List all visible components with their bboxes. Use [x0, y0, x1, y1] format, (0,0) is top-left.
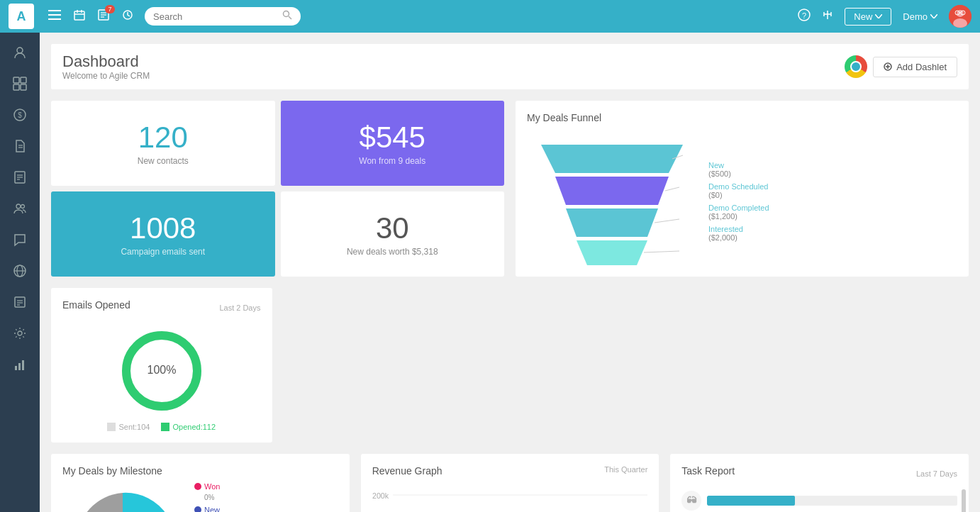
- legend-won: Won: [194, 482, 265, 491]
- funnel-svg: [527, 138, 697, 265]
- legend-new: New: [194, 506, 265, 512]
- pie-legend: Won 0% New 14% Demo Scheduled 0%: [194, 482, 265, 512]
- funnel-header: My Deals Funnel: [527, 112, 957, 129]
- campaign-emails-label: Campaign emails sent: [121, 247, 205, 257]
- top-navigation: A 7 ? New Demo: [0, 0, 980, 33]
- task-report-title: Task Report: [681, 465, 735, 477]
- new-button[interactable]: New: [845, 8, 891, 26]
- svg-marker-56: [555, 177, 669, 205]
- svg-rect-30: [21, 84, 26, 90]
- add-dashlet-label: Add Dashlet: [896, 62, 947, 72]
- svg-rect-44: [15, 297, 25, 307]
- stats-grid: 120 New contacts $545 Won from 9 deals 1…: [51, 101, 504, 277]
- pie-container: Won 0% New 14% Demo Scheduled 0%: [62, 482, 338, 512]
- tasks-icon[interactable]: 7: [98, 9, 109, 23]
- new-contacts-label: New contacts: [138, 156, 189, 166]
- sidebar-item-contacts[interactable]: [6, 38, 34, 67]
- svg-point-26: [17, 48, 23, 53]
- sidebar-item-notes[interactable]: [6, 163, 34, 191]
- help-icon[interactable]: ?: [798, 9, 811, 24]
- funnel-item-interested: Interested ($2,000): [708, 225, 769, 242]
- svg-rect-28: [21, 77, 26, 83]
- svg-line-62: [644, 251, 679, 252]
- svg-rect-49: [15, 366, 17, 370]
- search-box[interactable]: [145, 7, 301, 26]
- demo-button[interactable]: Demo: [903, 11, 937, 22]
- header-actions: Add Dashlet: [845, 55, 957, 78]
- funnel-legend: New ($500) Demo Scheduled ($0) Demo Comp…: [708, 161, 769, 242]
- history-icon[interactable]: [122, 9, 133, 23]
- revenue-subtitle: This Quarter: [604, 465, 647, 482]
- svg-text:?: ?: [802, 11, 806, 20]
- new-contacts-number: 120: [138, 121, 188, 155]
- new-deals-number: 30: [376, 211, 409, 245]
- task-avatar-emoji: 🕶: [681, 491, 701, 511]
- sidebar-item-forms[interactable]: [6, 288, 34, 316]
- sidebar-item-settings[interactable]: [6, 319, 34, 347]
- top-nav-right: ? New Demo: [798, 5, 971, 28]
- sidebar-item-deals[interactable]: $: [6, 101, 34, 129]
- sidebar-item-dashboard[interactable]: [6, 69, 34, 98]
- pin-icon[interactable]: [822, 9, 833, 23]
- task-report-subtitle: Last 7 Days: [916, 469, 957, 478]
- search-input[interactable]: [153, 11, 278, 22]
- sidebar-item-files[interactable]: [6, 132, 34, 160]
- chrome-extension-icon[interactable]: [845, 55, 867, 78]
- svg-rect-1: [48, 14, 61, 16]
- sidebar-item-chat[interactable]: [6, 226, 34, 254]
- add-dashlet-button[interactable]: Add Dashlet: [873, 57, 957, 77]
- funnel-item-new: New ($500): [708, 161, 769, 178]
- task-bars: 🕶: [681, 491, 957, 512]
- svg-marker-57: [566, 208, 658, 237]
- task-bar-fill-1: [707, 496, 794, 506]
- svg-rect-51: [22, 360, 24, 370]
- pie-chart: [62, 482, 183, 512]
- app-logo[interactable]: A: [9, 4, 34, 29]
- nav-icons: 7: [48, 9, 133, 23]
- emails-opened-subtitle: Last 2 Days: [219, 304, 260, 312]
- svg-line-13: [289, 16, 291, 19]
- svg-marker-58: [577, 240, 647, 265]
- svg-point-12: [284, 11, 289, 17]
- svg-line-60: [665, 187, 679, 191]
- donut-legend: Sent:104 Opened:112: [107, 423, 216, 431]
- funnel-card: My Deals Funnel: [516, 101, 969, 277]
- emails-opened-header: Emails Opened Last 2 Days: [62, 299, 261, 316]
- main-content: Dashboard Welcome to Agile CRM Add Dashl…: [40, 33, 980, 512]
- funnel-title: My Deals Funnel: [527, 112, 601, 123]
- svg-rect-2: [48, 18, 61, 20]
- page-title: Dashboard: [62, 52, 150, 71]
- funnel-item-demo-completed: Demo Completed ($1,200): [708, 204, 769, 221]
- new-deals-label: New deals worth $5,318: [347, 247, 438, 257]
- campaign-emails-card: 1008 Campaign emails sent: [51, 191, 275, 277]
- svg-line-61: [655, 219, 679, 223]
- svg-rect-3: [74, 11, 84, 20]
- svg-rect-50: [18, 363, 21, 370]
- search-icon: [282, 10, 292, 23]
- svg-point-40: [21, 205, 25, 208]
- legend-won-value: 0%: [204, 494, 265, 501]
- task-bar-row-emoji: 🕶: [681, 491, 957, 511]
- svg-rect-67: [161, 423, 169, 431]
- tasks-badge: 7: [105, 5, 115, 13]
- page-header: Dashboard Welcome to Agile CRM Add Dashl…: [51, 44, 969, 89]
- page-subtitle: Welcome to Agile CRM: [62, 71, 150, 81]
- new-contacts-card: 120 New contacts: [51, 101, 275, 186]
- revenue-card: Revenue Graph This Quarter 200k 100k 0k …: [361, 454, 659, 512]
- revenue-title: Revenue Graph: [372, 465, 442, 477]
- funnel-item-demo-scheduled: Demo Scheduled ($0): [708, 182, 769, 199]
- sidebar-item-analytics[interactable]: [6, 350, 34, 379]
- revenue-header: Revenue Graph This Quarter: [372, 465, 648, 482]
- donut-container: 100% Sent:104 Opened:112: [62, 325, 261, 431]
- donut-opened: Opened:112: [161, 423, 216, 431]
- svg-marker-55: [541, 145, 683, 173]
- svg-text:$: $: [18, 111, 22, 119]
- svg-rect-27: [13, 77, 19, 83]
- menu-icon[interactable]: [48, 10, 61, 23]
- top-rows: 120 New contacts $545 Won from 9 deals 1…: [51, 101, 969, 443]
- user-avatar[interactable]: [949, 5, 971, 28]
- sidebar-item-team[interactable]: [6, 194, 34, 223]
- task-bar-bg: [707, 496, 957, 506]
- calendar-icon[interactable]: [74, 9, 85, 23]
- sidebar-item-globe[interactable]: [6, 257, 34, 285]
